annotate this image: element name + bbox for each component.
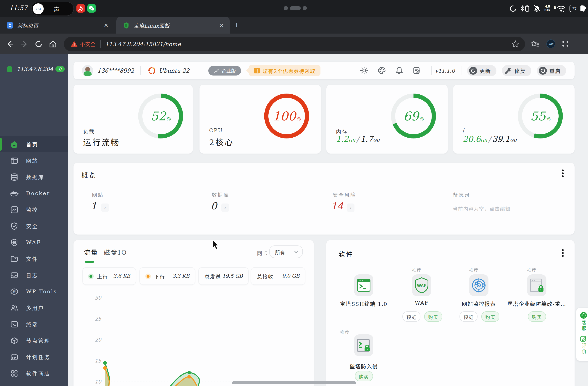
sidebar-item-monitor[interactable]: 监控 [0, 201, 68, 218]
recommend-tag: 推荐 [340, 329, 349, 335]
status-icons: 4.8K/s 6 71 [509, 0, 585, 17]
software-menu-icon[interactable] [562, 249, 564, 258]
preview-button[interactable]: 预览 [460, 311, 478, 322]
xuexi-app-icon[interactable] [76, 4, 85, 13]
horizontal-scrollbar[interactable] [232, 381, 356, 384]
edition-badge[interactable]: 企业版 [208, 66, 241, 75]
customer-service-label[interactable]: 客服 [580, 320, 587, 332]
forward-icon[interactable] [20, 40, 29, 48]
gauge-label: 负载 [83, 128, 95, 135]
profile-avatar[interactable]: XBX [546, 39, 555, 48]
memory-card[interactable]: 内存 1.2GB/1.7GB 69% [326, 85, 448, 154]
sidebar-item-website[interactable]: 网站 [0, 152, 68, 169]
widget-avatar: AliA [33, 3, 44, 14]
bookmarks-list-icon[interactable] [531, 40, 539, 48]
monitor-target-icon [471, 277, 487, 293]
recommend-tag: 推荐 [412, 267, 421, 273]
tab-close-icon[interactable]: ✕ [104, 22, 108, 28]
sidebar-item-app-store[interactable]: 软件商店 [0, 365, 68, 381]
sidebar-item-security[interactable]: 安全 [0, 218, 68, 234]
disk-card[interactable]: / 20.6GB/39.1GB 55% [453, 85, 575, 154]
tab-new-tab-page[interactable]: 新标签页 ✕ [0, 17, 114, 34]
cube-icon [10, 336, 19, 345]
software-card: 软件 宝塔SSH终端 1.0 推荐 WAF WAF 预览 购买 推荐 网站监控报… [326, 240, 575, 386]
sidebar-item-cron[interactable]: 计划任务 [0, 349, 68, 365]
coupon-banner[interactable]: 您有2个优惠券待领取 [249, 65, 320, 76]
load-card[interactable]: 负载 运行流畅 52% [74, 85, 193, 154]
review-label[interactable]: 评价 [580, 343, 587, 355]
user-avatar[interactable] [82, 65, 93, 76]
sidebar-item-waf[interactable]: WAF [0, 234, 68, 251]
cpu-card[interactable]: CPU 2核心 100% [200, 85, 321, 154]
reload-icon[interactable] [34, 40, 43, 48]
stat-label: 数据库 [212, 191, 229, 198]
terminal-green-icon [357, 277, 371, 293]
widget-label: 声 [44, 5, 74, 13]
theme-sun-icon[interactable] [360, 66, 368, 75]
stat-value: 14 [331, 201, 343, 212]
tab-bt-panel[interactable]: 宝塔Linux面板 ✕ [116, 17, 230, 34]
buy-button[interactable]: 购买 [355, 371, 373, 381]
svg-text:10: 10 [95, 379, 102, 385]
stat-label: 网站 [92, 191, 104, 198]
restart-button[interactable]: 重启 [537, 65, 566, 76]
software-item-ssh-terminal[interactable] [354, 274, 373, 296]
panel-header: 136****8992 Ubuntu 22 企业版 您有2个优惠券待领取 v11… [74, 62, 575, 79]
buy-button[interactable]: 购买 [481, 311, 499, 322]
window-lock-icon [529, 277, 544, 293]
software-name: WAF [415, 300, 429, 306]
bookmark-star-icon[interactable] [512, 40, 519, 48]
software-item-monitor-report[interactable] [469, 274, 488, 296]
chevron-right-icon[interactable]: › [347, 203, 355, 212]
preview-button[interactable]: 预览 [402, 311, 420, 322]
sidebar: 113.47.8.204 0 首页 网站 数据库 Docker 监控 安全 [0, 54, 68, 386]
memo-placeholder[interactable]: 当前内容为空，点击编辑 [453, 205, 510, 212]
sidebar-item-database[interactable]: 数据库 [0, 169, 68, 185]
browser-toolbar: 不安全 113.47.8.204:15821/home XBX [0, 34, 588, 54]
sidebar-item-docker[interactable]: Docker [0, 185, 68, 201]
repair-button[interactable]: 修复 [502, 65, 531, 76]
buy-button[interactable]: 购买 [424, 311, 442, 322]
update-button[interactable]: 更新 [467, 65, 496, 76]
theme-palette-icon[interactable] [378, 66, 386, 75]
monitor-chart-icon [10, 205, 19, 214]
sidebar-item-home[interactable]: 首页 [0, 136, 68, 152]
url-text[interactable]: 113.47.8.204:15821/home [105, 40, 512, 47]
url-bar[interactable]: 不安全 113.47.8.204:15821/home [64, 37, 525, 51]
software-item-waf[interactable]: WAF [412, 274, 431, 296]
floating-action-bar: 客服 评价 [576, 308, 588, 361]
server-header[interactable]: 113.47.8.204 0 [0, 62, 68, 75]
users-icon [10, 304, 19, 312]
status-widget-pill[interactable]: AliA 声 [31, 2, 74, 16]
notification-bell-icon[interactable] [395, 66, 403, 75]
overview-menu-icon[interactable] [562, 170, 564, 178]
tab-close-icon[interactable]: ✕ [219, 22, 224, 28]
sidebar-item-multi-user[interactable]: 多用户 [0, 300, 68, 316]
security-label[interactable]: 不安全 [80, 40, 96, 48]
software-item-intrusion[interactable] [354, 334, 373, 356]
chevron-right-icon[interactable]: › [221, 203, 229, 212]
customer-service-icon[interactable] [580, 312, 587, 319]
browser-menu-icon[interactable] [562, 41, 569, 47]
sidebar-item-files[interactable]: 文件 [0, 251, 68, 267]
recommend-tag: 推荐 [527, 267, 536, 273]
svg-text:20: 20 [95, 337, 102, 343]
back-icon[interactable] [6, 40, 14, 48]
memo-note-icon[interactable] [412, 66, 420, 75]
sidebar-item-wp-tools[interactable]: W WP Tools [0, 283, 68, 300]
sidebar-item-terminal[interactable]: 终端 [0, 316, 68, 332]
review-pencil-icon[interactable] [580, 335, 587, 342]
sidebar-item-nodes[interactable]: 节点管理 [0, 332, 68, 349]
software-title: 软件 [338, 249, 354, 258]
chevron-right-icon[interactable]: › [101, 203, 109, 212]
software-item-tamper-proof[interactable] [527, 274, 546, 296]
wechat-app-icon[interactable] [87, 4, 96, 13]
user-phone[interactable]: 136****8992 [97, 67, 134, 74]
ubuntu-logo-icon [148, 66, 156, 75]
sidebar-item-settings[interactable]: 设置 [0, 381, 68, 386]
sidebar-item-logs[interactable]: 日志 [0, 267, 68, 283]
software-name: 堡塔防入侵 [349, 362, 378, 370]
buy-button[interactable]: 购买 [528, 311, 546, 322]
home-icon[interactable] [49, 40, 57, 48]
new-tab-button[interactable]: + [234, 20, 239, 30]
